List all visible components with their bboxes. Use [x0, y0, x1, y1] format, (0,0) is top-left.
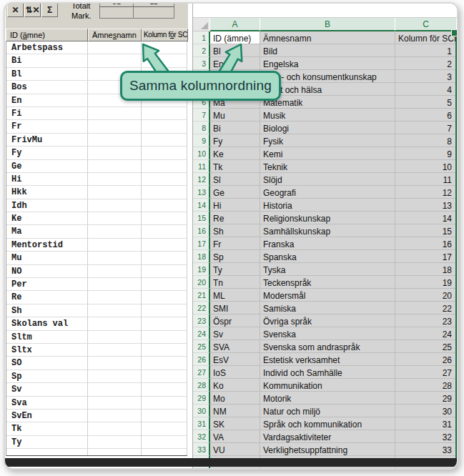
list-cell[interactable] [142, 160, 187, 173]
cell[interactable]: Biologi [260, 122, 395, 134]
list-item[interactable]: Fy [6, 147, 187, 159]
list-cell[interactable] [88, 422, 142, 435]
list-cell[interactable] [88, 239, 142, 252]
list-cell[interactable] [142, 252, 187, 264]
list-cell[interactable] [88, 41, 142, 54]
cell[interactable]: Bl [210, 44, 260, 57]
list-cell[interactable]: Mu [6, 252, 88, 264]
cell[interactable]: Engelska [260, 57, 395, 70]
cell[interactable]: Re [210, 212, 260, 224]
cell[interactable]: 31 [395, 417, 456, 430]
list-cell[interactable] [88, 291, 142, 304]
row-number[interactable]: 2 [193, 44, 210, 57]
list-cell[interactable] [88, 212, 142, 225]
row-number[interactable]: 28 [193, 379, 210, 392]
row-number[interactable]: 33 [193, 443, 210, 456]
cell[interactable]: 24 [395, 327, 456, 340]
cell[interactable]: SK [210, 417, 260, 430]
list-cell[interactable] [88, 186, 142, 199]
cell[interactable]: Samhällskunskap [260, 224, 395, 237]
cell[interactable]: En [210, 57, 260, 70]
list-item[interactable]: Sva [6, 397, 187, 410]
cell[interactable]: 1 [395, 44, 456, 57]
cell[interactable]: 5 [395, 96, 456, 109]
list-cell[interactable] [88, 265, 142, 278]
list-cell[interactable]: SvEn [6, 410, 88, 422]
cell[interactable]: Ämnesnamn [260, 31, 395, 44]
cell[interactable]: 20 [395, 289, 456, 302]
cell[interactable]: Motorik [260, 392, 395, 405]
row-number[interactable]: 18 [193, 250, 210, 263]
cell[interactable]: 26 [395, 353, 456, 366]
list-cell[interactable] [142, 304, 187, 317]
cell[interactable]: VA [210, 430, 260, 443]
list-cell[interactable] [142, 54, 187, 67]
list-cell[interactable]: Ty [6, 436, 88, 449]
select-all-cell[interactable] [193, 18, 210, 31]
list-cell[interactable] [88, 173, 142, 186]
list-cell[interactable]: Hi [6, 173, 88, 186]
cell[interactable]: Slöjd [260, 173, 395, 186]
cell[interactable]: Matematik [260, 96, 395, 109]
list-cell[interactable] [142, 147, 187, 159]
row-number[interactable]: 13 [193, 186, 210, 199]
cell[interactable]: Individ och Samhälle [260, 366, 395, 379]
list-item[interactable]: FrivMu [6, 134, 187, 147]
column-header-b[interactable]: B [260, 18, 395, 31]
list-item[interactable]: Fr [6, 120, 187, 133]
list-cell[interactable]: FrivMu [6, 134, 88, 147]
cell[interactable]: Sp [210, 250, 260, 263]
row-number[interactable]: 17 [193, 237, 210, 250]
list-cell[interactable]: Idh [6, 199, 88, 212]
cell[interactable]: Svenska som andraspråk [260, 340, 395, 353]
list-cell[interactable] [88, 199, 142, 212]
row-number[interactable]: 29 [193, 392, 210, 405]
list-cell[interactable] [88, 278, 142, 291]
cell[interactable]: 9 [395, 147, 456, 160]
row-number[interactable]: 27 [193, 366, 210, 379]
cell[interactable]: Kolumn för SCB [395, 31, 456, 44]
list-cell[interactable] [88, 54, 142, 67]
cell[interactable]: Franska [260, 237, 395, 250]
cell[interactable]: Samiska [260, 302, 395, 314]
list-item[interactable]: SO [6, 357, 187, 370]
list-cell[interactable] [142, 436, 187, 449]
row-number[interactable]: 16 [193, 224, 210, 237]
cell[interactable]: Hi [210, 199, 260, 212]
list-cell[interactable] [142, 357, 187, 370]
list-cell[interactable] [88, 449, 142, 456]
list-cell[interactable]: NO [6, 265, 88, 278]
list-cell[interactable]: Bl [6, 68, 88, 81]
cell[interactable]: Historia [260, 199, 395, 212]
list-cell[interactable] [88, 107, 142, 120]
cell[interactable]: Övriga språk [260, 314, 395, 327]
cell[interactable]: VU [210, 443, 260, 456]
row-number[interactable]: 30 [193, 405, 210, 417]
column-header-id-amne[interactable]: ID (ämne) [6, 29, 88, 41]
list-item[interactable]: Hi [6, 173, 187, 186]
cell[interactable]: 32 [395, 430, 456, 443]
cell[interactable]: Fysik [260, 134, 395, 147]
row-number[interactable]: 11 [193, 160, 210, 173]
cell[interactable]: NM [210, 405, 260, 417]
list-cell[interactable] [142, 120, 187, 133]
cell[interactable]: Ge [210, 186, 260, 199]
row-number[interactable]: 1 [193, 31, 210, 44]
cell[interactable]: Kommunikation [260, 379, 395, 392]
cell[interactable]: Fr [210, 237, 260, 250]
row-number[interactable]: 22 [193, 302, 210, 314]
cell[interactable]: 12 [395, 186, 456, 199]
cell[interactable]: 19 [395, 276, 456, 289]
cell[interactable]: Teknik [260, 160, 395, 173]
cell[interactable]: Sv [210, 327, 260, 340]
list-item[interactable]: Idh [6, 199, 187, 212]
list-cell[interactable] [88, 252, 142, 264]
row-number[interactable]: 10 [193, 147, 210, 160]
cell[interactable]: Öspr [210, 314, 260, 327]
list-cell[interactable] [88, 436, 142, 449]
list-item[interactable]: Ke [6, 212, 187, 225]
list-cell[interactable] [142, 397, 187, 410]
cell[interactable]: 28 [395, 379, 456, 392]
row-number[interactable]: 19 [193, 263, 210, 276]
list-cell[interactable] [88, 147, 142, 159]
